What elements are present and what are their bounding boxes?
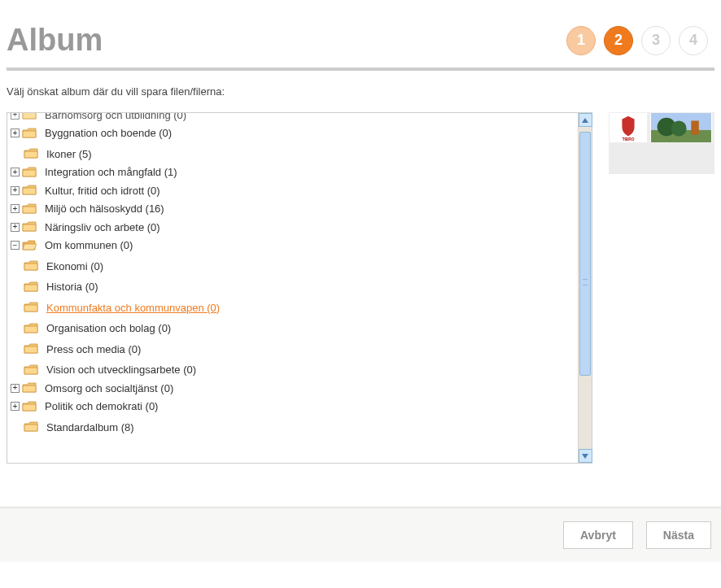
step-1: 1 [566, 26, 596, 55]
scrollbar-thumb[interactable] [579, 132, 591, 376]
expand-icon[interactable]: + [11, 113, 20, 120]
svg-marker-1 [582, 454, 588, 459]
scrollbar-track[interactable] [579, 127, 592, 449]
tree-item-label[interactable]: Byggnation och boende (0) [45, 127, 172, 139]
folder-icon [22, 382, 37, 394]
tree-item-label[interactable]: Kommunfakta och kommunvapen (0) [46, 302, 220, 314]
tree-item-label[interactable]: Ekonomi (0) [46, 260, 103, 272]
tree-item: Organisation och bolag (0) [11, 316, 574, 338]
folder-open-icon [22, 240, 37, 251]
folder-icon [24, 260, 38, 272]
tree-item: +Kultur, fritid och idrott (0) [11, 181, 574, 199]
tree-item: Standardalbum (8) [11, 415, 574, 436]
folder-icon [24, 323, 38, 334]
expand-icon[interactable]: + [11, 168, 20, 176]
tree-item: Vision och utvecklingsarbete (0) [11, 358, 574, 379]
photo-icon [650, 113, 712, 142]
shield-icon: TIBRO [610, 113, 647, 142]
tree-item-label[interactable]: Integration och mångfald (1) [45, 166, 177, 178]
folder-icon [22, 203, 37, 215]
folder-icon [22, 113, 37, 120]
tree-item-label[interactable]: Om kommunen (0) [45, 239, 133, 251]
svg-point-7 [671, 120, 687, 136]
scroll-up-button[interactable] [579, 113, 592, 127]
scrollbar[interactable] [578, 113, 592, 463]
tree-item: +Miljö och hälsoskydd (16) [11, 199, 574, 218]
folder-icon [24, 302, 38, 313]
tree-item: +Politik och demokrati (0) [11, 397, 574, 416]
folder-icon [22, 128, 37, 139]
folder-icon [24, 148, 38, 159]
tree-item-label[interactable]: Barnomsorg och utbildning (0) [45, 113, 186, 121]
instruction-text: Välj önskat album där du vill spara file… [7, 85, 714, 98]
footer: Avbryt Nästa [0, 507, 721, 562]
folder-icon [24, 281, 38, 293]
expand-icon[interactable]: + [11, 223, 20, 232]
folder-icon [22, 167, 37, 178]
chevron-down-icon [582, 454, 588, 459]
expand-icon[interactable]: + [11, 128, 20, 137]
step-indicator: 1 2 3 4 [566, 26, 714, 55]
tree-item: +Omsorg och socialtjänst (0) [11, 378, 574, 397]
album-tree: +Barnomsorg och utbildning (0)+Byggnatio… [11, 113, 574, 436]
tree-item-label[interactable]: Standardalbum (8) [46, 421, 134, 433]
step-3: 3 [641, 26, 671, 55]
expand-icon[interactable]: + [11, 402, 20, 411]
tree-item: Ekonomi (0) [11, 254, 574, 275]
tree-item-label[interactable]: Politik och demokrati (0) [45, 400, 158, 412]
cancel-button[interactable]: Avbryt [563, 521, 633, 549]
expand-icon[interactable]: + [11, 384, 20, 393]
thumbnail-panel: TIBRO [609, 112, 714, 174]
tree-item-label[interactable]: Press och media (0) [46, 343, 141, 355]
tree-item: +Byggnation och boende (0) [11, 124, 574, 142]
tree-item-label[interactable]: Kultur, fritid och idrott (0) [45, 185, 160, 197]
thumbnail-tibro-logo[interactable]: TIBRO [609, 112, 648, 143]
next-button[interactable]: Nästa [646, 521, 711, 549]
divider [7, 68, 714, 71]
folder-icon [24, 343, 38, 355]
folder-icon [22, 221, 37, 233]
tree-item-label[interactable]: Organisation och bolag (0) [46, 322, 171, 334]
scroll-down-button[interactable] [579, 449, 592, 463]
tree-item: Press och media (0) [11, 337, 574, 358]
step-4: 4 [679, 26, 708, 55]
chevron-up-icon [582, 118, 588, 123]
step-2: 2 [604, 26, 633, 55]
expand-icon[interactable]: + [11, 204, 20, 213]
tree-item-label[interactable]: Miljö och hälsoskydd (16) [45, 203, 164, 215]
album-tree-panel: +Barnomsorg och utbildning (0)+Byggnatio… [7, 112, 592, 464]
tree-item-label[interactable]: Näringsliv och arbete (0) [45, 221, 160, 233]
collapse-icon[interactable]: − [11, 241, 20, 250]
folder-icon [22, 401, 37, 412]
tree-item: Ikoner (5) [11, 142, 574, 163]
svg-rect-8 [691, 120, 698, 134]
tree-item: +Barnomsorg och utbildning (0) [11, 113, 574, 124]
tree-item-label[interactable]: Historia (0) [46, 281, 98, 293]
thumbnail-photo-trees[interactable] [649, 112, 713, 143]
tree-item: +Integration och mångfald (1) [11, 163, 574, 181]
tree-item: +Näringsliv och arbete (0) [11, 217, 574, 236]
expand-icon[interactable]: + [11, 186, 20, 195]
svg-text:TIBRO: TIBRO [623, 137, 635, 142]
folder-icon [24, 421, 38, 433]
svg-marker-0 [582, 118, 588, 123]
page-title: Album [7, 23, 103, 58]
tree-item-label[interactable]: Omsorg och socialtjänst (0) [45, 382, 173, 394]
folder-icon [22, 185, 37, 196]
header: Album 1 2 3 4 [7, 7, 714, 68]
tree-item-label[interactable]: Ikoner (5) [46, 148, 92, 160]
folder-icon [24, 364, 38, 376]
tree-item: Historia (0) [11, 275, 574, 296]
tree-item-label[interactable]: Vision och utvecklingsarbete (0) [46, 364, 196, 376]
tree-item: Kommunfakta och kommunvapen (0) [11, 295, 574, 316]
tree-item: −Om kommunen (0) [11, 236, 574, 255]
